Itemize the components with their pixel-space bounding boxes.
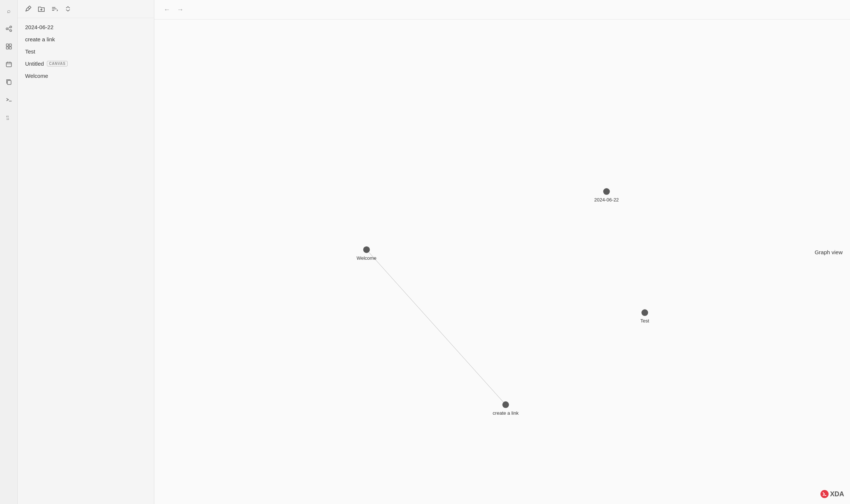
xda-logo [820,490,829,498]
sidebar-item-untitled[interactable]: Untitled CANVAS [18,58,154,70]
forward-button[interactable]: → [175,4,185,15]
main-header: ← → Graph view [154,0,850,20]
sidebar: 2024-06-22 create a link Test Untitled C… [18,0,154,504]
svg-point-25 [363,246,370,253]
sidebar-item-label: Untitled [25,61,44,67]
svg-rect-5 [6,44,8,46]
graph-node-label-node-link: create a link [493,410,518,416]
graph-canvas[interactable]: 2024-06-22WelcomeTestcreate a link [154,20,850,504]
svg-rect-7 [6,47,8,49]
calendar-icon[interactable] [4,59,14,69]
new-folder-button[interactable] [37,4,46,13]
new-note-button[interactable] [24,4,32,13]
nav-arrows: ← → [162,4,185,15]
sidebar-toolbar [18,0,154,18]
sidebar-item-label: Welcome [25,73,48,79]
sidebar-item-date[interactable]: 2024-06-22 [18,21,154,33]
graph-svg [154,20,850,504]
svg-point-1 [10,26,11,28]
connections-icon[interactable] [4,24,14,34]
graph-node-label-node-test: Test [640,318,649,324]
graph-node-label-node-date: 2024-06-22 [594,197,619,203]
collapse-button[interactable] [64,4,72,13]
svg-rect-6 [9,44,11,46]
sidebar-item-welcome[interactable]: Welcome [18,70,154,82]
sidebar-item-create-link[interactable]: create a link [18,33,154,45]
svg-line-17 [28,7,30,9]
terminal-icon[interactable] [4,94,14,105]
sidebar-file-list: 2024-06-22 create a link Test Untitled C… [18,18,154,504]
sidebar-item-label: create a link [25,36,55,42]
svg-point-24 [603,188,610,195]
svg-text:01: 01 [6,115,9,118]
xda-text: XDA [830,490,844,498]
svg-rect-8 [9,47,11,49]
svg-point-2 [10,30,11,32]
sort-button[interactable] [50,4,59,13]
icon-rail: ⌕ [0,0,18,504]
search-icon[interactable]: ⌕ [4,6,14,16]
svg-line-3 [8,27,10,28]
svg-point-26 [641,309,648,316]
svg-rect-13 [7,80,11,84]
sidebar-item-label: 2024-06-22 [25,24,54,30]
sidebar-item-label: Test [25,48,35,55]
canvas-badge: CANVAS [47,61,68,66]
binary-icon[interactable]: 01 10 [4,112,14,122]
copy-icon[interactable] [4,77,14,87]
svg-line-23 [367,250,506,405]
svg-point-27 [502,401,509,408]
back-button[interactable]: ← [162,4,172,15]
xda-circle-icon [820,490,829,498]
main-content: ← → Graph view 2024-06-22WelcomeTestcrea… [154,0,850,504]
graph-node-label-node-welcome: Welcome [357,255,377,261]
grid-icon[interactable] [4,41,14,52]
svg-point-0 [6,28,8,30]
svg-rect-9 [6,62,11,67]
sidebar-item-test[interactable]: Test [18,45,154,58]
xda-watermark: XDA [820,490,844,498]
svg-line-4 [8,29,10,30]
svg-text:10: 10 [6,118,9,120]
